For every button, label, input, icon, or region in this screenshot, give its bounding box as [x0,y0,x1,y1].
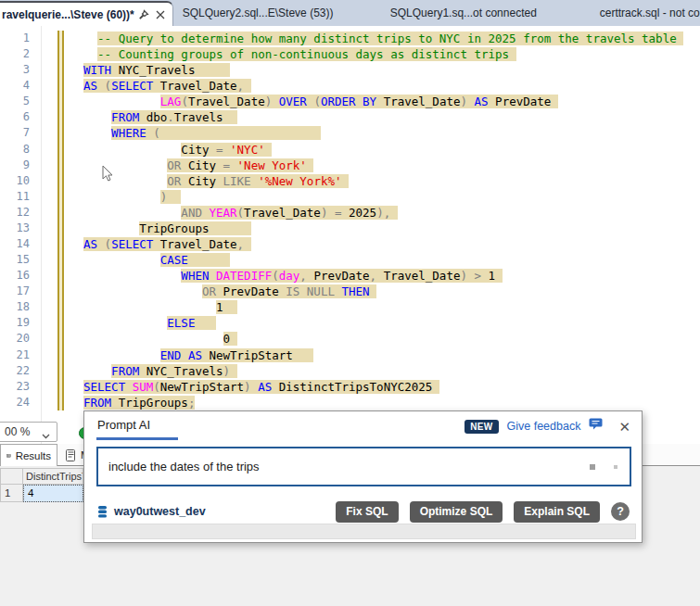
dialog-close-icon[interactable]: ✕ [618,420,630,434]
give-feedback-link[interactable]: Give feedback [507,420,581,433]
line-number: 10 [0,173,30,189]
pin-icon[interactable] [137,7,151,21]
explain-sql-button[interactable]: Explain SQL [514,501,600,523]
code-line[interactable]: WHERE ( [83,125,700,141]
code-line[interactable]: AS (SELECT Travel_Date, [83,236,700,252]
editor-tab[interactable]: certtrack.sql - not con [596,0,700,26]
line-number: 19 [0,315,30,331]
gutter-divider [41,26,42,444]
line-number: 14 [0,236,30,252]
code-line[interactable]: END AS NewTripStart [83,347,700,363]
line-number: 21 [0,347,30,363]
code-line[interactable]: AND YEAR(Travel_Date) = 2025), [83,205,700,221]
code-line[interactable]: -- Counting groups of non-continuous day… [83,46,700,62]
code-line[interactable]: LAG(Travel_Date) OVER (ORDER BY Travel_D… [83,94,700,109]
prompt-ai-title: Prompt AI [97,418,150,432]
connection-indicator: way0utwest_dev [96,505,206,519]
editor-tab[interactable]: SQLQuery2.sql...E\Steve (53)) [183,0,387,26]
line-number: 17 [0,284,30,299]
input-grip-icon [590,464,595,470]
editor-tab[interactable]: SQLQuery1.sq...ot connected [387,0,596,26]
line-number: 23 [0,379,30,395]
code-line[interactable]: FROM TripGroups; [83,395,700,410]
code-line[interactable]: ELSE [83,315,700,331]
editor-zoom-select[interactable]: 00 % [0,422,57,442]
sql-editor[interactable]: 123456789101112131415161718192021222324 … [0,26,700,444]
tab-active-travelqueries[interactable]: ravelquerie...\Steve (60))* [0,1,173,26]
line-number: 13 [0,221,30,236]
ssms-window: ravelquerie...\Steve (60))* SQLQuery2.sq… [0,0,700,606]
line-number: 3 [0,62,30,78]
track-changes-bar [57,31,64,410]
code-line[interactable]: FROM NYC_Travels) [83,363,700,379]
line-number-gutter[interactable]: 123456789101112131415161718192021222324 [0,31,30,410]
code-line[interactable]: OR City = 'New York' [83,158,700,173]
fix-sql-button[interactable]: Fix SQL [336,501,398,523]
zoom-value: 00 % [5,425,30,438]
code-line[interactable]: City = 'NYC' [83,142,700,158]
grid-column-header[interactable]: DistinctTripsT [23,468,83,485]
line-number: 16 [0,268,30,284]
line-number: 1 [0,31,30,46]
line-number: 18 [0,299,30,315]
code-line[interactable]: WITH NYC_Travels [83,62,700,78]
line-number: 22 [0,363,30,379]
document-tab-bar: ravelquerie...\Steve (60))* SQLQuery2.sq… [0,0,700,26]
line-number: 4 [0,78,30,94]
help-button[interactable]: ? [611,502,630,521]
messages-icon [65,449,76,461]
line-number: 12 [0,205,30,221]
connection-name: way0utwest_dev [114,505,206,518]
new-badge: NEW [465,420,498,434]
chevron-down-icon [42,429,50,442]
code-line[interactable]: 1 [83,299,700,315]
close-tab-icon[interactable] [154,7,168,21]
input-grip-small-icon [614,465,617,469]
database-icon [96,505,108,519]
tab-results[interactable]: Results [0,444,57,466]
grid-cell-value[interactable]: 4 [23,485,83,502]
results-tab-label: Results [16,450,51,461]
dialog-bottom-strip [92,524,636,539]
code-line[interactable]: CASE [83,252,700,268]
line-number: 7 [0,125,30,141]
code-area[interactable]: -- Query to determine how many distinct … [83,31,700,410]
code-line[interactable]: SELECT SUM(NewTripStart) AS DistinctTrip… [83,379,700,395]
line-number: 9 [0,158,30,173]
line-number: 5 [0,94,30,109]
line-number: 6 [0,109,30,125]
code-line[interactable]: -- Query to determine how many distinct … [83,31,700,46]
mouse-cursor-icon [102,165,115,187]
line-number: 15 [0,252,30,268]
inactive-tabs: SQLQuery2.sql...E\Steve (53))SQLQuery1.s… [173,0,700,26]
grid-icon [6,450,11,461]
active-tab-title: ravelquerie...\Steve (60))* [2,8,134,21]
grid-row-header[interactable]: 1 [0,485,23,502]
code-line[interactable]: ) [83,189,700,205]
code-line[interactable]: FROM dbo.Travels [83,109,700,125]
title-underline [96,437,178,440]
prompt-ai-buttons: Fix SQLOptimize SQLExplain SQL [336,501,600,523]
prompt-ai-dialog: Prompt AI NEW Give feedback ✕ way0utwest… [83,410,643,543]
code-line[interactable]: 0 [83,331,700,347]
optimize-sql-button[interactable]: Optimize SQL [410,501,503,523]
code-line[interactable]: TripGroups [83,221,700,236]
line-number: 8 [0,142,30,158]
code-line[interactable]: WHEN DATEDIFF(day, PrevDate, Travel_Date… [83,268,700,284]
line-number: 24 [0,395,30,410]
code-line[interactable]: OR PrevDate IS NULL THEN [83,284,700,299]
grid-corner-cell[interactable] [0,468,23,485]
line-number: 20 [0,331,30,347]
feedback-chat-icon[interactable] [589,418,605,435]
code-line[interactable]: AS (SELECT Travel_Date, [83,78,700,94]
line-number: 2 [0,46,30,62]
code-line[interactable]: OR City LIKE '%New York%' [83,173,700,189]
prompt-input[interactable] [96,447,631,486]
line-number: 11 [0,189,30,205]
